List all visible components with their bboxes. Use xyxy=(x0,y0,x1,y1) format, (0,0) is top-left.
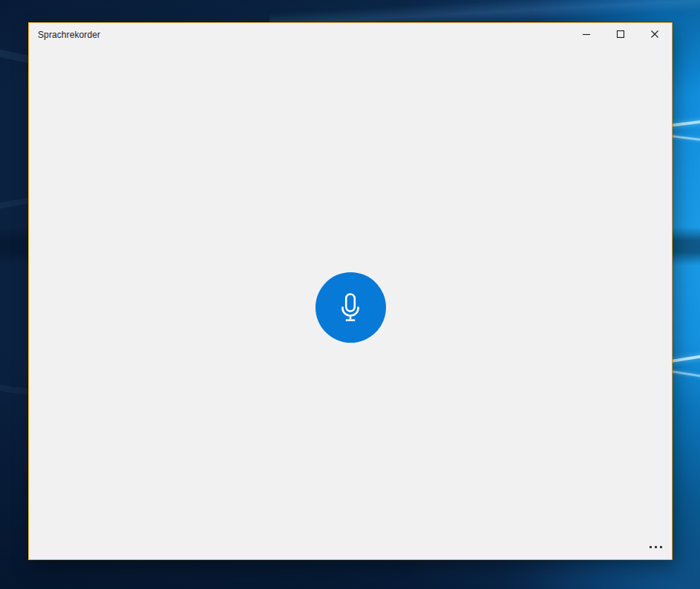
content-area xyxy=(29,48,672,534)
see-more-ellipsis-icon xyxy=(650,546,662,548)
window-title: Sprachrekorder xyxy=(38,30,100,40)
close-button[interactable] xyxy=(638,23,672,45)
caption-buttons xyxy=(569,23,672,45)
maximize-button[interactable] xyxy=(603,23,638,45)
minimize-button[interactable] xyxy=(569,23,603,45)
command-bar xyxy=(29,534,672,559)
minimize-icon xyxy=(582,30,591,39)
microphone-icon xyxy=(334,292,367,324)
app-window: Sprachrekorder xyxy=(28,22,673,560)
titlebar[interactable]: Sprachrekorder xyxy=(29,23,672,48)
close-icon xyxy=(650,30,659,39)
record-button[interactable] xyxy=(315,272,386,343)
maximize-icon xyxy=(616,30,625,39)
see-more-button[interactable] xyxy=(639,534,672,559)
